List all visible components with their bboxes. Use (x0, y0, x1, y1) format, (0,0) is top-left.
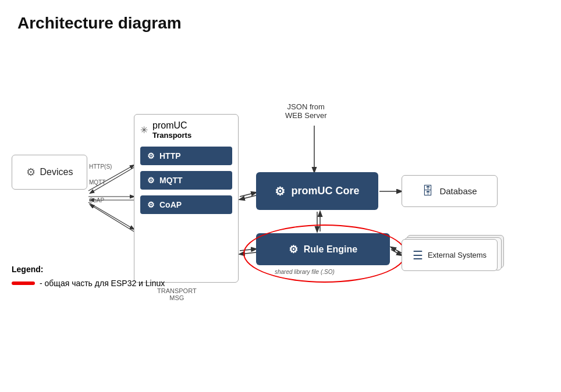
core-label: promUC Core (291, 185, 359, 197)
mqtt-label-btn: MQTT (159, 176, 183, 185)
devices-box: ⚙ Devices (12, 155, 87, 190)
core-box: ⚙ promUC Core (256, 172, 378, 210)
mqtt-gear-icon: ⚙ (147, 176, 155, 185)
database-icon: 🗄 (422, 184, 434, 198)
svg-line-7 (240, 193, 256, 197)
transports-container: ✳ promUC Transports ⚙ HTTP ⚙ MQTT ⚙ CoAP (134, 114, 239, 283)
database-box: 🗄 Database (402, 175, 498, 207)
http-gear-icon: ⚙ (147, 151, 155, 161)
legend-title: Legend: (12, 265, 165, 274)
database-label: Database (439, 186, 477, 196)
transport-coap: ⚙ CoAP (140, 195, 232, 214)
json-web-server-label: JSON from WEB Server (285, 102, 327, 120)
legend-red-line (12, 281, 35, 285)
svg-line-13 (391, 247, 402, 253)
diagram-area: JSON from WEB Server ⚙ Devices HTTP(S) M… (0, 38, 561, 335)
coap-gear-icon: ⚙ (147, 200, 155, 209)
legend-area: Legend: - общая часть для ESP32 и Linux (12, 265, 165, 288)
devices-label: Devices (40, 167, 73, 177)
svg-line-5 (88, 202, 134, 229)
external-systems-label: External Systems (428, 251, 487, 259)
external-systems-box: ☰ External Systems (402, 239, 498, 271)
svg-line-6 (90, 205, 134, 231)
legend-text: - общая часть для ESP32 и Linux (40, 279, 165, 288)
transports-subtitle: Transports (152, 131, 191, 140)
protocol-labels: HTTP(S) MQTT CoAP (89, 162, 112, 205)
rule-engine-gear-icon: ⚙ (289, 243, 298, 256)
transport-msg-label: TRANSPORT MSG (157, 287, 197, 301)
external-systems-icon: ☰ (413, 248, 423, 262)
rule-engine-label: Rule Engine (304, 244, 357, 255)
legend-item: - общая часть для ESP32 и Linux (12, 279, 165, 288)
coap-label-btn: CoAP (159, 200, 182, 209)
transports-title: promUC (152, 120, 191, 131)
transport-mqtt: ⚙ MQTT (140, 171, 232, 190)
coap-label: CoAP (89, 196, 112, 205)
mqtt-label: MQTT (89, 178, 112, 187)
transports-header: ✳ promUC Transports (140, 120, 232, 140)
transports-gear-icon: ✳ (140, 124, 148, 136)
core-gear-icon: ⚙ (275, 184, 285, 198)
rule-engine-box: ⚙ Rule Engine (256, 233, 390, 265)
svg-line-12 (391, 250, 402, 255)
http-label-btn: HTTP (159, 151, 181, 161)
svg-line-14 (240, 249, 256, 251)
svg-line-15 (240, 252, 256, 254)
page-title: Architecture diagram (0, 0, 561, 38)
shared-library-label: shared library file (.SO) (275, 269, 335, 275)
devices-gear-icon: ⚙ (26, 166, 35, 179)
svg-line-8 (240, 195, 256, 199)
transport-http: ⚙ HTTP (140, 147, 232, 165)
http-label: HTTP(S) (89, 162, 112, 171)
